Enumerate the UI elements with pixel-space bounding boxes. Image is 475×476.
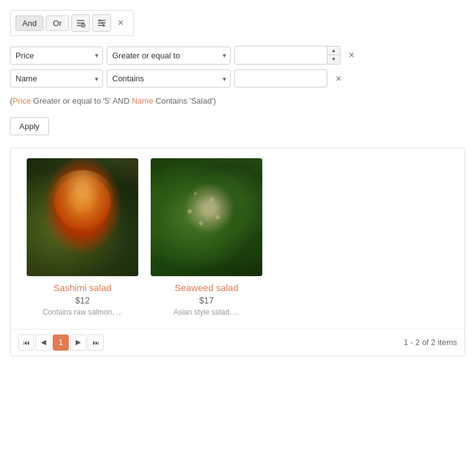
field-select-wrapper-1: Price Name Category (10, 47, 103, 65)
apply-button[interactable]: Apply (10, 117, 49, 135)
value-input-2[interactable]: Salad (234, 70, 327, 88)
results-panel: Sashimi salad $12 Contains raw salmon, .… (10, 148, 465, 356)
spinner-up-1[interactable]: ▲ (327, 47, 340, 55)
result-desc-2: Asian style salad, ... (174, 308, 240, 317)
pagination-bar: ⏮ ◀ 1 ▶ ⏭ 1 - 2 of 2 items (11, 329, 464, 356)
and-button[interactable]: And (16, 16, 43, 31)
result-desc-1: Contains raw salmon, ... (43, 308, 123, 317)
remove-filter-2-button[interactable]: × (331, 71, 346, 86)
operator-select-1[interactable]: Equals Not equals Greater or equal to Le… (107, 47, 231, 65)
pagination-info: 1 - 2 of 2 items (404, 338, 457, 347)
result-name-2[interactable]: Seaweed salad (175, 282, 239, 293)
filter-section: Price Name Category Equals Not equals Gr… (10, 46, 465, 88)
operator-select-wrapper-2: Equals Not equals Contains Does not cont… (107, 70, 231, 88)
or-button[interactable]: Or (46, 16, 68, 31)
add-filter-icon (76, 18, 86, 28)
add-filter-icon-button[interactable] (71, 14, 90, 32)
expression-field2: Name (131, 96, 153, 106)
field-select-wrapper-2: Price Name Category (10, 70, 103, 88)
expression-text1: Greater or equal to '5' AND (31, 96, 132, 106)
result-item-1: Sashimi salad $12 Contains raw salmon, .… (20, 158, 144, 324)
main-container: And Or × (0, 0, 475, 476)
result-price-1: $12 (75, 295, 89, 305)
seaweed-salad-image (151, 158, 262, 276)
page-nav: ⏮ ◀ 1 ▶ ⏭ (18, 335, 104, 351)
spinner-buttons-1: ▲ ▼ (327, 46, 340, 65)
close-toolbar-button[interactable]: × (113, 16, 128, 30)
result-price-2: $17 (199, 295, 213, 305)
filter-row-2: Price Name Category Equals Not equals Co… (10, 70, 465, 88)
value-input-group-1: 5.00 ▲ ▼ (234, 46, 340, 65)
filter-settings-icon-button[interactable] (92, 14, 111, 32)
expression-field1: Price (12, 96, 31, 106)
expression-text: (Price Greater or equal to '5' AND Name … (10, 95, 465, 107)
value-input-1[interactable]: 5.00 (234, 46, 327, 65)
expression-text2: Contains 'Salad') (153, 96, 216, 106)
sashimi-salad-image (27, 158, 138, 276)
field-select-2[interactable]: Price Name Category (10, 70, 103, 88)
remove-filter-1-button[interactable]: × (344, 48, 359, 63)
operator-select-2[interactable]: Equals Not equals Contains Does not cont… (107, 70, 231, 88)
filter-settings-icon (97, 18, 107, 28)
last-page-button[interactable]: ⏭ (87, 335, 104, 351)
page-1-button[interactable]: 1 (53, 335, 69, 351)
first-page-button[interactable]: ⏮ (18, 335, 34, 351)
operator-select-wrapper-1: Equals Not equals Greater or equal to Le… (107, 47, 231, 65)
filter-row-1: Price Name Category Equals Not equals Gr… (10, 46, 465, 65)
spinner-down-1[interactable]: ▼ (327, 55, 340, 64)
result-image-2 (151, 158, 262, 276)
filter-toolbar: And Or × (10, 10, 134, 36)
prev-page-button[interactable]: ◀ (35, 335, 51, 351)
result-image-1 (27, 158, 138, 276)
result-name-1[interactable]: Sashimi salad (53, 282, 111, 293)
next-page-button[interactable]: ▶ (70, 335, 86, 351)
result-item-2: Seaweed salad $17 Asian style salad, ... (144, 158, 269, 324)
results-grid: Sashimi salad $12 Contains raw salmon, .… (11, 148, 464, 329)
field-select-1[interactable]: Price Name Category (10, 47, 103, 65)
